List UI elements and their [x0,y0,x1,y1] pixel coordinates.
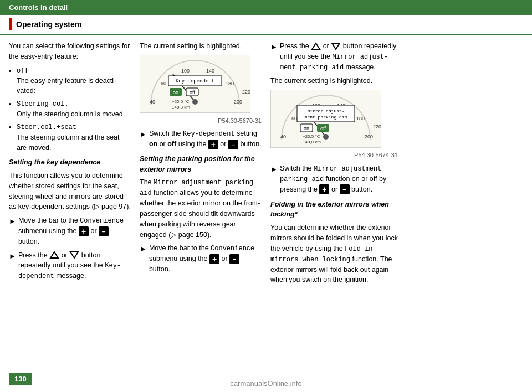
watermark: carmanualsOnline.info [230,379,301,388]
svg-text:100: 100 [181,68,190,74]
up-chevron-icon [49,250,59,260]
svg-text:200: 200 [234,99,242,105]
minus-btn-4: – [340,184,350,194]
plus-btn-2: + [208,140,218,149]
plus-btn-3: + [209,254,219,264]
col3-arrow1: ► Press the or button repeatedly until y… [270,41,398,73]
svg-text:+20,5 °C: +20,5 °C [172,99,190,104]
plus-btn-4: + [319,184,329,194]
header-bar: Controls in detail [0,0,532,15]
subsection-fold-title: Folding in the exterior mirrors when loc… [270,199,398,220]
down-chevron-icon [69,250,79,260]
svg-text:Key-dependent: Key-dependent [176,79,214,84]
list-item-steercol: Steer.col.+seat The steering column and … [17,122,131,153]
off-label: off [167,140,176,148]
section-title: Operating system [16,20,81,29]
svg-marker-20 [312,43,320,49]
svg-marker-21 [332,43,340,49]
minus-btn-3: – [229,254,239,264]
arrow-icon-6: ► [270,164,278,175]
svg-text:on: on [173,90,178,95]
speedo-image-2: 40 60 100 140 180 200 220 Mirror adjust-… [270,90,398,160]
speedo-svg-1: 40 60 100 140 180 200 220 Key-dependent … [140,55,250,113]
svg-marker-1 [70,252,78,258]
code-mirror-parking-2: Mirror adjust­ment parking aid [280,53,388,71]
svg-text:200: 200 [365,134,373,140]
column-2: The current setting is highlighted. 40 6… [140,41,262,288]
svg-text:off: off [190,90,195,95]
svg-text:149,8 km: 149,8 km [172,105,190,110]
red-accent-bar [9,18,12,30]
svg-text:220: 220 [373,124,381,130]
col2-highlight: The current setting is highlighted. [140,41,262,51]
speedo-svg-2: 40 60 100 140 180 200 220 Mirror adjust-… [270,90,381,148]
code-mirror-parking: Mirror adjustment parking aid [140,179,253,197]
col2-arrow1-text: Switch the Key-dependent setting on or o… [149,128,262,149]
svg-text:60: 60 [291,116,297,121]
code-steercol: Steer.col.+seat [17,123,76,131]
svg-text:60: 60 [161,81,166,86]
arrow-icon-4: ► [140,244,147,255]
img2-caption: P54:30-5674-31 [270,151,398,160]
code-key-dep-2: Key-dependent [183,130,235,138]
code-steering: Steering col. [17,100,69,108]
svg-text:ment parking aid: ment parking aid [305,115,347,120]
col3-arrow2: ► Switch the Mirror adjustment parking a… [270,163,398,195]
svg-marker-0 [50,252,58,258]
img1-caption: P54:30-5670-31 [140,116,262,126]
svg-text:40: 40 [150,99,155,105]
off-desc: The easy-entry feature is deacti­vated: [17,77,116,95]
code-key-dep: Key-dependent [18,262,121,280]
col3-arrow1-text: Press the or button repeatedly until you… [280,41,398,73]
code-mirror-parking-3: Mirror adjustment parking aid [280,165,382,183]
col3-highlight: The current setting is highlighted. [270,76,398,86]
minus-btn-1: – [99,226,109,236]
svg-text:180: 180 [226,81,234,86]
code-fold-mirrors: Fold in mirrors when locking [270,245,373,264]
subsection-parking-title: Setting the parking position for the ext… [140,154,262,175]
svg-text:140: 140 [206,68,214,74]
col1-arrow1: ► Move the bar to the Convenience sub­me… [9,215,131,247]
arrow-icon-2: ► [9,251,16,262]
column-3: ► Press the or button repeatedly until y… [270,41,398,288]
steering-desc: Only the steering column is moved. [17,110,125,118]
svg-point-11 [192,99,198,105]
steercol-desc: The steering column and the seat are mov… [17,133,120,152]
subsection-key-dep-title: Setting the key dependence [9,157,131,168]
subsection-fold-body: You can determine whether the exterior m… [270,223,398,285]
list-item-steering: Steering col. Only the steering column i… [17,99,131,120]
content-area: You can select the following settings fo… [0,35,532,294]
section-title-bar: Operating system [0,15,532,35]
arrow-icon-5: ► [270,42,278,53]
up-chevron-icon-2 [311,42,321,51]
code-off: off [17,67,29,75]
svg-point-31 [323,134,329,140]
svg-text:on: on [304,126,309,131]
plus-btn-1: + [79,226,89,236]
col1-arrow1-text: Move the bar to the Convenience sub­menu… [18,215,131,247]
arrow-icon-1: ► [9,216,16,227]
col1-arrow2: ► Press the or button repeatedly until y… [9,250,131,282]
svg-text:40: 40 [280,134,286,140]
on-label: on [149,140,157,148]
col1-list: off The easy-entry feature is deacti­vat… [17,65,131,153]
col1-intro: You can select the following settings fo… [9,41,131,62]
subsection-key-dep-body: This function allows you to determine wh… [9,171,131,212]
code-convenience-2: Convenience [211,245,254,252]
svg-text:149,8 km: 149,8 km [303,140,321,145]
header-title: Controls in detail [9,3,68,12]
col1-arrow2-text: Press the or button repeatedly until you… [18,250,131,282]
col3-arrow2-text: Switch the Mirror adjustment parking aid… [280,163,398,195]
speedo-image-1: 40 60 100 140 180 200 220 Key-dependent … [140,55,262,125]
svg-text:180: 180 [356,116,365,121]
column-1: You can select the following settings fo… [9,41,131,288]
svg-text:off: off [320,126,326,131]
code-convenience-1: Convenience [80,217,124,225]
list-item-off: off The easy-entry feature is deacti­vat… [17,65,131,97]
minus-btn-2: – [228,140,238,149]
page-number: 130 [9,373,32,385]
down-chevron-icon-2 [331,42,341,51]
svg-text:220: 220 [242,89,250,95]
col2-arrow1: ► Switch the Key-dependent setting on or… [140,128,262,149]
svg-text:+20,5 °C: +20,5 °C [303,134,320,139]
